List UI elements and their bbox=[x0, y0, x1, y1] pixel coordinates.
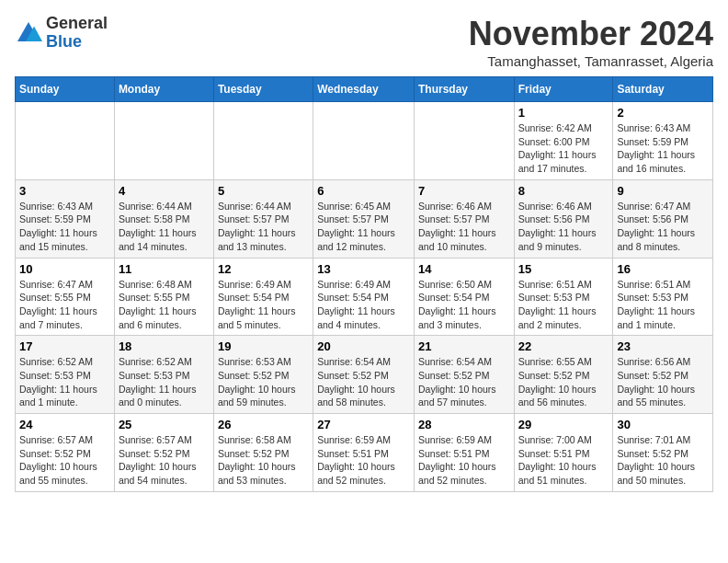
day-number: 3 bbox=[19, 184, 110, 198]
day-info: Sunrise: 6:49 AMSunset: 5:54 PMDaylight:… bbox=[218, 278, 309, 332]
day-info: Sunrise: 6:50 AMSunset: 5:54 PMDaylight:… bbox=[418, 278, 510, 332]
calendar-cell: 19Sunrise: 6:53 AMSunset: 5:52 PMDayligh… bbox=[213, 336, 313, 414]
calendar-cell: 18Sunrise: 6:52 AMSunset: 5:53 PMDayligh… bbox=[114, 336, 213, 414]
day-info: Sunrise: 6:43 AMSunset: 5:59 PMDaylight:… bbox=[617, 121, 709, 176]
day-number: 26 bbox=[218, 418, 309, 431]
calendar-cell bbox=[114, 102, 213, 180]
page-header: General Blue November 2024 Tamanghasset,… bbox=[15, 15, 713, 69]
day-info: Sunrise: 6:47 AMSunset: 5:55 PMDaylight:… bbox=[19, 278, 110, 332]
calendar-cell: 12Sunrise: 6:49 AMSunset: 5:54 PMDayligh… bbox=[213, 258, 313, 336]
calendar-cell bbox=[213, 102, 313, 180]
logo-text: General Blue bbox=[46, 15, 108, 52]
calendar-cell: 26Sunrise: 6:58 AMSunset: 5:52 PMDayligh… bbox=[213, 414, 313, 492]
day-number: 11 bbox=[119, 262, 210, 276]
weekday-header: Tuesday bbox=[213, 77, 313, 102]
day-number: 4 bbox=[119, 184, 210, 198]
calendar-cell: 1Sunrise: 6:42 AMSunset: 6:00 PMDaylight… bbox=[514, 102, 613, 180]
calendar-week-row: 3Sunrise: 6:43 AMSunset: 5:59 PMDaylight… bbox=[16, 179, 713, 258]
calendar-cell: 5Sunrise: 6:44 AMSunset: 5:57 PMDaylight… bbox=[213, 179, 313, 258]
calendar-cell: 23Sunrise: 6:56 AMSunset: 5:52 PMDayligh… bbox=[613, 336, 713, 414]
calendar-cell: 3Sunrise: 6:43 AMSunset: 5:59 PMDaylight… bbox=[16, 179, 115, 258]
calendar-week-row: 24Sunrise: 6:57 AMSunset: 5:52 PMDayligh… bbox=[16, 414, 713, 492]
logo: General Blue bbox=[15, 15, 108, 52]
calendar-cell: 17Sunrise: 6:52 AMSunset: 5:53 PMDayligh… bbox=[16, 336, 115, 414]
day-number: 18 bbox=[119, 339, 210, 353]
day-info: Sunrise: 6:53 AMSunset: 5:52 PMDaylight:… bbox=[218, 355, 309, 409]
day-number: 14 bbox=[418, 262, 510, 276]
weekday-header: Friday bbox=[514, 77, 613, 102]
calendar-week-row: 17Sunrise: 6:52 AMSunset: 5:53 PMDayligh… bbox=[16, 336, 713, 414]
day-number: 17 bbox=[19, 339, 110, 353]
day-info: Sunrise: 6:48 AMSunset: 5:55 PMDaylight:… bbox=[119, 278, 210, 332]
day-info: Sunrise: 6:43 AMSunset: 5:59 PMDaylight:… bbox=[19, 200, 110, 254]
day-number: 8 bbox=[518, 184, 609, 198]
calendar-header-row: SundayMondayTuesdayWednesdayThursdayFrid… bbox=[16, 77, 713, 102]
calendar-cell: 29Sunrise: 7:00 AMSunset: 5:51 PMDayligh… bbox=[514, 414, 613, 492]
day-number: 5 bbox=[218, 184, 309, 198]
day-info: Sunrise: 6:49 AMSunset: 5:54 PMDaylight:… bbox=[317, 278, 410, 332]
day-number: 10 bbox=[19, 262, 110, 276]
day-info: Sunrise: 6:55 AMSunset: 5:52 PMDaylight:… bbox=[518, 355, 609, 409]
day-number: 6 bbox=[317, 184, 410, 198]
day-info: Sunrise: 6:45 AMSunset: 5:57 PMDaylight:… bbox=[317, 200, 410, 254]
day-number: 2 bbox=[617, 106, 709, 120]
day-info: Sunrise: 6:56 AMSunset: 5:52 PMDaylight:… bbox=[617, 355, 709, 409]
calendar-cell bbox=[313, 102, 415, 180]
weekday-header: Sunday bbox=[16, 77, 115, 102]
day-number: 28 bbox=[418, 418, 510, 431]
calendar-cell bbox=[16, 102, 115, 180]
day-info: Sunrise: 7:01 AMSunset: 5:52 PMDaylight:… bbox=[617, 433, 709, 488]
day-info: Sunrise: 6:59 AMSunset: 5:51 PMDaylight:… bbox=[317, 433, 410, 488]
calendar-cell: 14Sunrise: 6:50 AMSunset: 5:54 PMDayligh… bbox=[414, 258, 514, 336]
calendar-cell: 13Sunrise: 6:49 AMSunset: 5:54 PMDayligh… bbox=[313, 258, 415, 336]
calendar-week-row: 1Sunrise: 6:42 AMSunset: 6:00 PMDaylight… bbox=[16, 102, 713, 180]
calendar-cell: 25Sunrise: 6:57 AMSunset: 5:52 PMDayligh… bbox=[114, 414, 213, 492]
day-info: Sunrise: 6:57 AMSunset: 5:52 PMDaylight:… bbox=[19, 433, 110, 488]
day-number: 25 bbox=[119, 418, 210, 431]
day-info: Sunrise: 6:47 AMSunset: 5:56 PMDaylight:… bbox=[617, 200, 709, 254]
day-number: 29 bbox=[518, 418, 609, 431]
calendar-cell: 11Sunrise: 6:48 AMSunset: 5:55 PMDayligh… bbox=[114, 258, 213, 336]
month-title: November 2024 bbox=[469, 15, 713, 53]
day-number: 19 bbox=[218, 339, 309, 353]
calendar-cell: 21Sunrise: 6:54 AMSunset: 5:52 PMDayligh… bbox=[414, 336, 514, 414]
day-info: Sunrise: 7:00 AMSunset: 5:51 PMDaylight:… bbox=[518, 433, 609, 488]
day-info: Sunrise: 6:46 AMSunset: 5:56 PMDaylight:… bbox=[518, 200, 609, 254]
calendar-cell: 16Sunrise: 6:51 AMSunset: 5:53 PMDayligh… bbox=[613, 258, 713, 336]
day-number: 23 bbox=[617, 339, 709, 353]
day-info: Sunrise: 6:54 AMSunset: 5:52 PMDaylight:… bbox=[317, 355, 410, 409]
calendar-cell: 2Sunrise: 6:43 AMSunset: 5:59 PMDaylight… bbox=[613, 102, 713, 180]
day-info: Sunrise: 6:44 AMSunset: 5:58 PMDaylight:… bbox=[119, 200, 210, 254]
day-number: 12 bbox=[218, 262, 309, 276]
calendar-cell bbox=[414, 102, 514, 180]
day-info: Sunrise: 6:59 AMSunset: 5:51 PMDaylight:… bbox=[418, 433, 510, 488]
weekday-header: Thursday bbox=[414, 77, 514, 102]
calendar-cell: 8Sunrise: 6:46 AMSunset: 5:56 PMDaylight… bbox=[514, 179, 613, 258]
day-info: Sunrise: 6:52 AMSunset: 5:53 PMDaylight:… bbox=[19, 355, 110, 409]
weekday-header: Saturday bbox=[613, 77, 713, 102]
calendar-cell: 27Sunrise: 6:59 AMSunset: 5:51 PMDayligh… bbox=[313, 414, 415, 492]
logo-icon bbox=[15, 19, 42, 47]
calendar-cell: 30Sunrise: 7:01 AMSunset: 5:52 PMDayligh… bbox=[613, 414, 713, 492]
calendar-table: SundayMondayTuesdayWednesdayThursdayFrid… bbox=[15, 76, 713, 492]
day-number: 22 bbox=[518, 339, 609, 353]
day-info: Sunrise: 6:46 AMSunset: 5:57 PMDaylight:… bbox=[418, 200, 510, 254]
calendar-cell: 4Sunrise: 6:44 AMSunset: 5:58 PMDaylight… bbox=[114, 179, 213, 258]
calendar-cell: 28Sunrise: 6:59 AMSunset: 5:51 PMDayligh… bbox=[414, 414, 514, 492]
day-info: Sunrise: 6:58 AMSunset: 5:52 PMDaylight:… bbox=[218, 433, 309, 488]
calendar-cell: 15Sunrise: 6:51 AMSunset: 5:53 PMDayligh… bbox=[514, 258, 613, 336]
day-info: Sunrise: 6:52 AMSunset: 5:53 PMDaylight:… bbox=[119, 355, 210, 409]
day-info: Sunrise: 6:54 AMSunset: 5:52 PMDaylight:… bbox=[418, 355, 510, 409]
day-info: Sunrise: 6:51 AMSunset: 5:53 PMDaylight:… bbox=[518, 278, 609, 332]
day-number: 27 bbox=[317, 418, 410, 431]
day-info: Sunrise: 6:51 AMSunset: 5:53 PMDaylight:… bbox=[617, 278, 709, 332]
day-info: Sunrise: 6:44 AMSunset: 5:57 PMDaylight:… bbox=[218, 200, 309, 254]
calendar-cell: 9Sunrise: 6:47 AMSunset: 5:56 PMDaylight… bbox=[613, 179, 713, 258]
day-number: 24 bbox=[19, 418, 110, 431]
calendar-cell: 7Sunrise: 6:46 AMSunset: 5:57 PMDaylight… bbox=[414, 179, 514, 258]
day-number: 9 bbox=[617, 184, 709, 198]
calendar-cell: 20Sunrise: 6:54 AMSunset: 5:52 PMDayligh… bbox=[313, 336, 415, 414]
day-number: 30 bbox=[617, 418, 709, 431]
weekday-header: Monday bbox=[114, 77, 213, 102]
day-number: 7 bbox=[418, 184, 510, 198]
